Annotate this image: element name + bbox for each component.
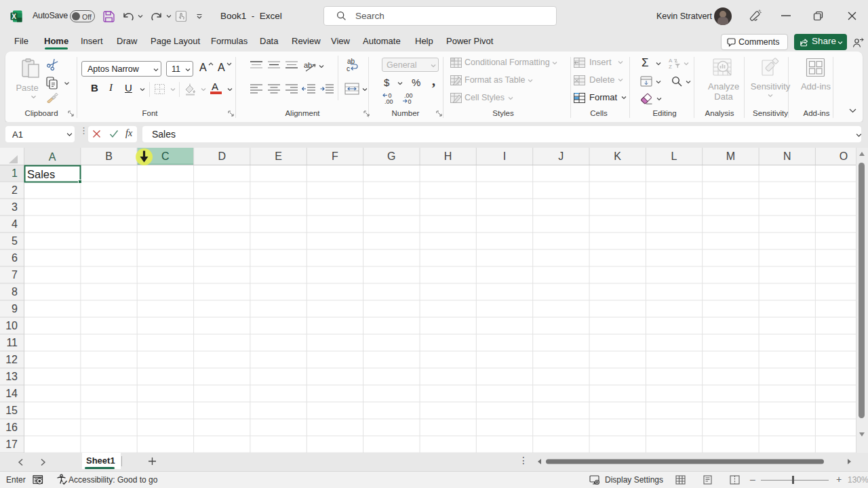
svg-text:X: X [12, 13, 16, 20]
svg-text:K: K [614, 150, 621, 162]
svg-text:H: H [444, 150, 452, 162]
svg-text:10: 10 [5, 320, 18, 331]
svg-text:C: C [161, 150, 170, 162]
svg-text:12: 12 [5, 354, 18, 365]
svg-text:G: G [387, 150, 395, 162]
svg-text:J: J [558, 150, 564, 162]
svg-text:16: 16 [5, 422, 18, 433]
svg-text:11: 11 [6, 337, 18, 348]
svg-text:4: 4 [12, 218, 18, 230]
svg-text:D: D [218, 150, 226, 162]
svg-text:M: M [726, 150, 735, 162]
svg-text:0: 0 [408, 98, 412, 104]
svg-text:L: L [671, 150, 677, 162]
svg-text:Z: Z [669, 64, 672, 69]
svg-text:Sales: Sales [27, 168, 55, 180]
svg-text:2: 2 [12, 184, 18, 196]
svg-text:c: c [347, 65, 350, 73]
svg-text:A: A [49, 151, 56, 163]
svg-text:6: 6 [12, 252, 18, 264]
svg-text:9: 9 [12, 303, 18, 314]
svg-text:15: 15 [5, 405, 18, 416]
svg-text:I: I [503, 150, 506, 162]
svg-text:5: 5 [12, 235, 18, 247]
svg-text:E: E [275, 150, 282, 162]
svg-text:1: 1 [12, 167, 18, 179]
svg-text:F: F [332, 150, 338, 162]
svg-text:.00: .00 [384, 98, 393, 104]
svg-text:14: 14 [5, 388, 18, 399]
svg-text:13: 13 [5, 371, 18, 382]
svg-text:3: 3 [12, 201, 18, 213]
svg-text:8: 8 [12, 286, 18, 298]
svg-text:O: O [840, 150, 848, 162]
svg-text:B: B [105, 150, 113, 162]
svg-text:ab: ab [347, 58, 355, 65]
svg-text:N: N [783, 150, 791, 162]
svg-text:7: 7 [12, 269, 18, 281]
svg-text:17: 17 [5, 439, 18, 450]
